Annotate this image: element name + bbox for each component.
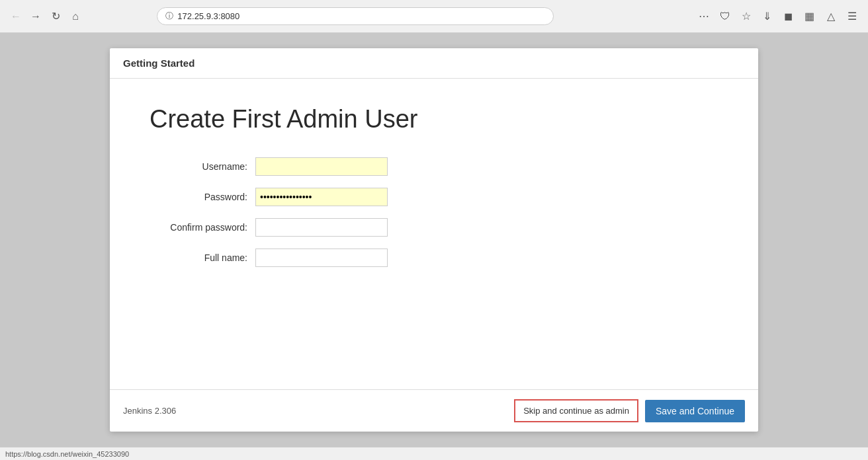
url-text: 172.25.9.3:8080 — [177, 11, 239, 21]
form-title: Create First Admin User — [150, 105, 718, 134]
download-icon[interactable]: ⇓ — [760, 9, 775, 24]
full-name-label: Full name: — [150, 252, 255, 263]
forward-button[interactable]: → — [28, 9, 44, 24]
nav-buttons: ← → ↻ ⌂ — [8, 9, 83, 24]
card-header: Getting Started — [110, 48, 758, 79]
status-url: https://blog.csdn.net/weixin_45233090 — [5, 450, 129, 458]
page-content: Getting Started Create First Admin User … — [0, 33, 868, 447]
username-label: Username: — [150, 161, 255, 172]
profile-icon[interactable]: △ — [823, 9, 839, 24]
home-button[interactable]: ⌂ — [67, 9, 83, 24]
back-button[interactable]: ← — [8, 9, 24, 24]
library-icon[interactable]: ◼ — [781, 9, 797, 24]
bookmark-icon[interactable]: ☆ — [738, 9, 754, 24]
password-input[interactable] — [255, 188, 388, 206]
password-row: Password: — [150, 188, 718, 206]
more-button[interactable]: ⋯ — [696, 9, 712, 24]
full-name-input[interactable] — [255, 249, 388, 267]
card-title: Getting Started — [123, 58, 195, 69]
card-body: Create First Admin User Username: Passwo… — [110, 79, 758, 389]
tab-icon[interactable]: ▦ — [802, 9, 818, 24]
confirm-password-label: Confirm password: — [150, 222, 255, 233]
menu-icon[interactable]: ☰ — [844, 9, 860, 24]
lock-icon: ⓘ — [165, 11, 173, 22]
username-input[interactable] — [255, 157, 388, 176]
card-footer: Jenkins 2.306 Skip and continue as admin… — [110, 389, 758, 432]
confirm-password-row: Confirm password: — [150, 218, 718, 237]
version-text: Jenkins 2.306 — [123, 406, 176, 416]
shield-icon[interactable]: 🛡 — [717, 9, 733, 24]
browser-toolbar: ← → ↻ ⌂ ⓘ 172.25.9.3:8080 ⋯ 🛡 ☆ ⇓ ◼ ▦ △ … — [0, 0, 868, 33]
main-card: Getting Started Create First Admin User … — [110, 48, 758, 432]
reload-button[interactable]: ↻ — [48, 9, 64, 24]
save-continue-button[interactable]: Save and Continue — [645, 400, 745, 422]
password-label: Password: — [150, 192, 255, 202]
skip-link[interactable]: Skip and continue as admin — [514, 399, 638, 422]
footer-actions: Skip and continue as admin Save and Cont… — [514, 399, 745, 422]
status-bar: https://blog.csdn.net/weixin_45233090 — [0, 447, 868, 460]
browser-right-icons: ⋯ 🛡 ☆ ⇓ ◼ ▦ △ ☰ — [696, 9, 860, 24]
username-row: Username: — [150, 157, 718, 176]
confirm-password-input[interactable] — [255, 218, 388, 237]
address-bar[interactable]: ⓘ 172.25.9.3:8080 — [157, 7, 554, 25]
full-name-row: Full name: — [150, 249, 718, 267]
